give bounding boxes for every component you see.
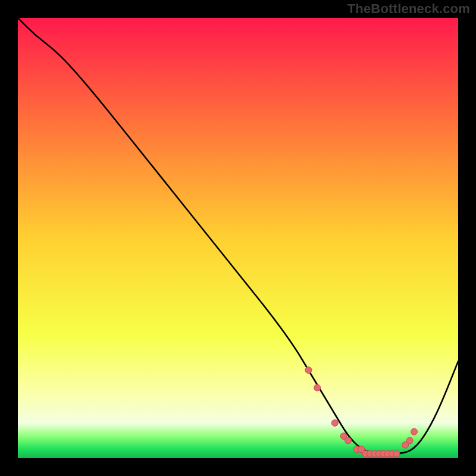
gradient-background bbox=[18, 18, 458, 458]
marker-dot bbox=[331, 419, 338, 426]
watermark-label: TheBottleneck.com bbox=[347, 1, 470, 17]
marker-dot bbox=[411, 428, 418, 435]
marker-dot bbox=[345, 437, 352, 444]
marker-dot bbox=[314, 384, 321, 391]
marker-dot bbox=[406, 437, 413, 444]
plot-area bbox=[18, 18, 458, 458]
bottleneck-chart bbox=[18, 18, 458, 458]
marker-dot bbox=[305, 367, 312, 374]
marker-dot bbox=[393, 450, 400, 457]
chart-frame: TheBottleneck.com bbox=[0, 0, 476, 476]
